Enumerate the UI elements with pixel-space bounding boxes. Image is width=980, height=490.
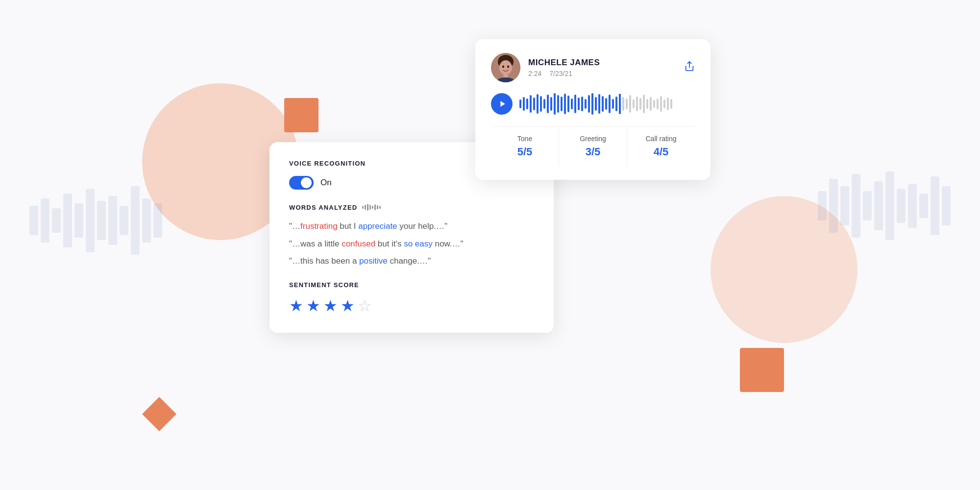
quote2-middle: but it's [375,239,404,248]
metrics-row: Tone 5/5 Greeting 3/5 Call rating 4/5 [491,126,695,166]
quote3-suffix: change.…" [388,256,431,266]
quote1-word2: appreciate [358,221,397,231]
share-icon[interactable] [684,61,695,74]
toggle-label: On [320,178,332,188]
call-card-header: MICHELE JAMES 2:24 7/23/21 [491,53,695,82]
quote1-word1: frustrating [300,221,338,231]
svg-point-2 [499,60,512,75]
quote1-middle: but I [338,221,359,231]
bg-rect-top [284,98,318,132]
avatar-name-row: MICHELE JAMES 2:24 7/23/21 [491,53,600,82]
stars-row: ★ ★ ★ ★ ☆ [289,296,534,315]
waveform-small-icon [362,203,381,211]
quote1-prefix: "… [289,221,300,231]
call-rating-label: Call rating [633,135,689,143]
bg-waveform-left [29,186,162,255]
audio-waveform [519,93,695,115]
bg-rect-bottom [142,397,176,431]
svg-point-4 [507,66,509,68]
audio-player [491,93,695,115]
quote-line-1: "…frustrating but I appreciate your help… [289,220,534,233]
quote2-word2: so easy [404,239,433,248]
quote-line-2: "…was a little confused but it's so easy… [289,238,534,250]
quote2-word1: confused [342,239,375,248]
sentiment-score-label: SENTIMENT SCORE [289,281,534,289]
play-button[interactable] [491,93,513,115]
caller-info: MICHELE JAMES 2:24 7/23/21 [528,58,600,77]
metric-call-rating: Call rating 4/5 [627,127,695,166]
quote-line-3: "…this has been a positive change.…" [289,255,534,268]
call-date: 7/23/21 [549,70,572,77]
words-analyzed-header: WORDS ANALYZED [289,203,534,211]
call-rating-value: 4/5 [633,146,689,158]
star-5-empty: ☆ [358,296,372,315]
voice-recognition-toggle[interactable] [289,176,314,190]
metric-greeting: Greeting 3/5 [559,127,627,166]
star-1: ★ [289,296,303,315]
metric-tone: Tone 5/5 [491,127,559,166]
call-duration: 2:24 [528,70,541,77]
quote2-prefix: "…was a little [289,239,342,248]
star-2: ★ [306,296,320,315]
words-analyzed-label: WORDS ANALYZED [289,204,357,211]
caller-name: MICHELE JAMES [528,58,600,68]
greeting-label: Greeting [565,135,621,143]
quote1-suffix: your help.…" [397,221,447,231]
svg-point-3 [502,66,504,68]
star-4: ★ [341,296,355,315]
bg-rect-right [740,348,784,392]
quote3-prefix: "…this has been a [289,256,359,266]
quote2-suffix: now.…" [433,239,464,248]
quote3-word1: positive [359,256,388,266]
tone-label: Tone [497,135,553,143]
svg-marker-8 [500,101,505,107]
tone-value: 5/5 [497,146,553,158]
quotes-section: "…frustrating but I appreciate your help… [289,220,534,268]
call-meta: 2:24 7/23/21 [528,70,600,77]
bg-waveform-right [818,172,951,240]
avatar [491,53,520,82]
star-3: ★ [323,296,338,315]
call-recording-card: MICHELE JAMES 2:24 7/23/21 [475,39,710,180]
greeting-value: 3/5 [565,146,621,158]
